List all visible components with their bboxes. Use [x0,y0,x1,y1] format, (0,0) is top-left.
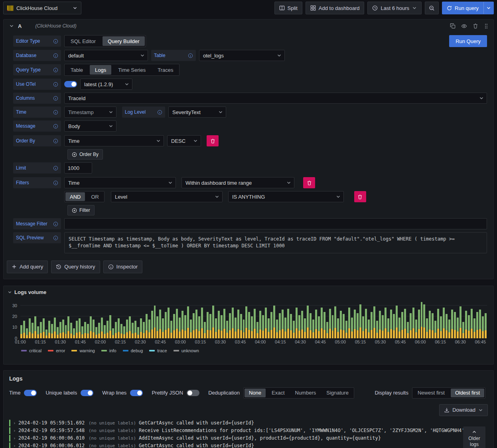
log-row[interactable]: ›2024-02-19 06:00:06.010(no unique label… [8,434,489,442]
legend-item-unknown[interactable]: unknown [174,348,199,353]
x-axis-label: 02:15 [115,339,126,344]
split-icon [279,5,285,11]
download-button[interactable]: Download [439,404,488,416]
table-select[interactable]: otel_logs [199,50,285,61]
run-query-interval-dropdown[interactable] [483,2,494,14]
volume-bar [270,312,272,338]
info-icon[interactable] [53,67,58,73]
legend-swatch [71,350,77,351]
expand-row-icon[interactable]: › [13,443,18,448]
option-traces[interactable]: Traces [152,65,178,75]
time-column-select[interactable]: Timestamp [64,107,116,118]
filter-level-field-select[interactable]: Level [111,191,223,202]
legend-item-trace[interactable]: trace [149,348,167,353]
columns-select[interactable]: TraceId [64,93,487,104]
info-icon[interactable] [53,221,58,227]
volume-bar [120,324,122,338]
inspector-button[interactable]: Inspector [103,261,142,273]
add-query-button[interactable]: Add query [7,261,48,273]
info-icon[interactable] [53,180,58,186]
volume-bar [245,306,247,338]
option-exact[interactable]: Exact [267,389,289,397]
remove-filter-button[interactable] [303,177,315,188]
filter-operator-value: IS ANYTHING [232,194,265,200]
remove-query-trash-icon[interactable] [473,23,478,29]
legend-item-warning[interactable]: warning [71,348,95,353]
use-otel-toggle[interactable] [64,81,77,87]
option-none[interactable]: None [245,389,266,397]
log-unique-labels: (no unique labels) [89,436,135,441]
drag-handle-icon[interactable] [484,23,489,29]
limit-input[interactable] [64,162,92,174]
duplicate-query-icon[interactable] [450,23,456,29]
collapse-chevron-icon[interactable] [8,290,12,294]
info-icon[interactable] [53,166,58,171]
info-icon[interactable] [53,82,58,87]
filter-field-select[interactable]: Time [64,177,176,188]
remove-condition-button[interactable] [354,191,366,202]
info-icon[interactable] [53,39,58,44]
chevron-down-icon [168,180,173,185]
collapse-chevron-icon[interactable] [9,24,14,28]
disable-query-eye-icon[interactable] [461,23,467,29]
log-row[interactable]: ›2024-02-19 06:00:06.012(no unique label… [8,442,489,448]
info-icon[interactable] [53,53,58,58]
log-row[interactable]: ›2024-02-19 05:59:51.692(no unique label… [8,419,489,427]
option-oldest-first[interactable]: Oldest first [451,389,484,397]
database-select[interactable]: default [64,50,148,61]
info-icon[interactable] [157,110,162,115]
run-query-button[interactable]: Run query [442,2,483,14]
volume-bar [462,322,464,338]
order-by-field-select[interactable]: Time [64,135,164,146]
info-icon[interactable] [53,138,58,144]
zoom-out-button[interactable] [425,2,439,14]
expand-row-icon[interactable]: › [13,436,18,441]
prettify-json-toggle[interactable] [187,390,199,396]
volume-bar [106,321,108,338]
expand-row-icon[interactable]: › [13,428,18,433]
info-icon[interactable] [188,53,193,58]
expand-row-icon[interactable]: › [13,420,18,426]
wrap-lines-toggle[interactable] [130,390,143,396]
volume-bar [115,322,117,338]
order-by-direction-select[interactable]: DESC [167,135,201,146]
query-history-button[interactable]: Query history [51,261,100,273]
log-level-select[interactable]: SeverityText [168,107,226,118]
option-query-builder[interactable]: Query Builder [103,36,144,46]
info-icon[interactable] [53,235,58,241]
add-to-dashboard-button[interactable]: Add to dashboard [306,2,365,14]
legend-item-info[interactable]: info [101,348,116,353]
option-numbers[interactable]: Numbers [291,389,321,397]
info-icon[interactable] [53,96,58,101]
time-range-picker[interactable]: Last 6 hours [367,2,422,14]
option-or[interactable]: OR [87,192,103,201]
legend-item-debug[interactable]: debug [123,348,143,353]
option-signature[interactable]: Signature [322,389,353,397]
filter-operator-select[interactable]: IS ANYTHING [228,191,344,202]
option-newest-first[interactable]: Newest first [413,389,449,397]
info-icon[interactable] [53,124,58,129]
add-filter-button[interactable]: Filter [67,205,95,215]
time-toggle[interactable] [24,390,37,396]
info-icon[interactable] [53,110,58,115]
option-sql-editor[interactable]: SQL Editor [65,36,101,46]
message-column-select[interactable]: Body [64,120,116,132]
split-button[interactable]: Split [274,2,302,14]
unique-labels-toggle[interactable] [81,390,93,396]
datasource-picker[interactable]: ClickHouse Cloud [3,2,81,14]
message-filter-input[interactable] [64,218,487,229]
volume-bar [379,311,381,338]
legend-item-critical[interactable]: critical [21,348,41,353]
option-table[interactable]: Table [65,65,88,75]
remove-order-by-button[interactable] [207,135,219,146]
option-and[interactable]: AND [65,192,85,201]
add-order-by-button[interactable]: Order By [67,149,103,160]
filter-range-select[interactable]: Within dashboard time range [181,177,294,188]
older-logs-button[interactable]: Older logs [463,426,485,448]
legend-item-error[interactable]: error [48,348,65,353]
otel-version-select[interactable]: latest (1.2.9) [80,79,132,90]
option-time-series[interactable]: Time Series [113,65,151,75]
option-logs[interactable]: Logs [90,65,111,75]
run-query-inline-button[interactable]: Run Query [449,35,487,47]
log-row[interactable]: ›2024-02-19 05:59:57.548(no unique label… [8,427,489,434]
